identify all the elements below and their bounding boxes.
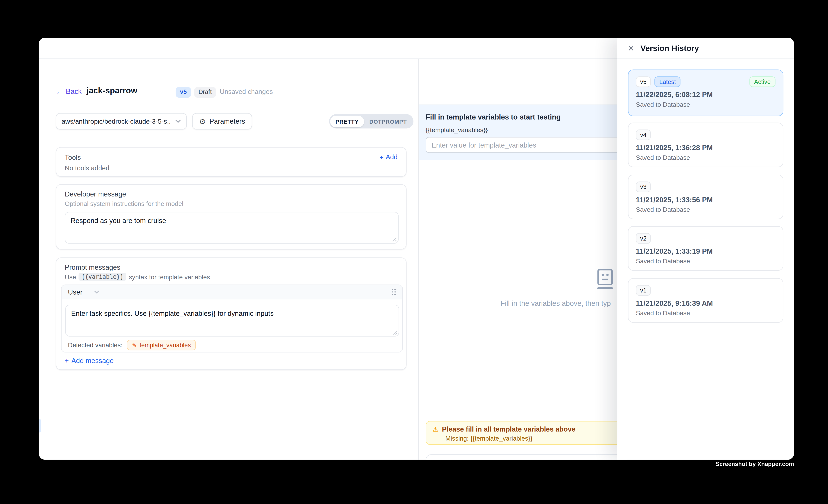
template-variable-input[interactable]: [426, 137, 627, 153]
version-timestamp: 11/22/2025, 6:08:12 PM: [636, 91, 713, 99]
tools-title: Tools: [65, 153, 81, 161]
version-timestamp: 11/21/2025, 1:33:56 PM: [636, 196, 713, 204]
detected-variable-chip[interactable]: ✎ template_variables: [127, 340, 196, 350]
format-toggle: PRETTY DOTPROMPT: [329, 114, 413, 128]
version-saved-text: Saved to Database: [636, 257, 690, 265]
back-button[interactable]: ← Back: [56, 87, 82, 95]
version-badge: v5: [176, 87, 191, 97]
version-card-v1[interactable]: v1 11/21/2025, 9:16:39 AM Saved to Datab…: [628, 278, 783, 323]
back-arrow-icon: ←: [56, 88, 63, 95]
toggle-dotprompt[interactable]: DOTPROMPT: [364, 115, 412, 127]
parameters-label: Parameters: [209, 117, 245, 125]
model-selector-value: aws/anthropic/bedrock-claude-3-5-s...: [61, 118, 171, 125]
message-block: User Enter task specifics. Use {{templat…: [61, 285, 403, 352]
version-saved-text: Saved to Database: [636, 309, 690, 317]
version-timestamp: 11/21/2025, 1:36:28 PM: [636, 144, 713, 152]
plus-icon: +: [380, 154, 383, 161]
version-card-v3[interactable]: v3 11/21/2025, 1:33:56 PM Saved to Datab…: [628, 175, 783, 219]
toggle-pretty[interactable]: PRETTY: [330, 115, 364, 127]
draft-badge: Draft: [194, 87, 216, 97]
role-selector[interactable]: User: [68, 288, 99, 296]
empty-state-text: Fill in the variables above, then typ: [501, 299, 611, 307]
chat-input-sliver[interactable]: [426, 454, 627, 460]
close-icon[interactable]: ✕: [628, 44, 634, 52]
edge-peek-element: [39, 419, 41, 432]
version-card-v5[interactable]: v5 Latest Active 11/22/2025, 6:08:12 PM …: [628, 70, 783, 116]
variable-syntax-chip: {{variable}}: [79, 273, 126, 281]
latest-badge: Latest: [655, 76, 681, 87]
plus-icon: +: [65, 357, 69, 364]
detected-variables-label: Detected variables:: [68, 341, 123, 349]
unsaved-changes-text: Unsaved changes: [220, 88, 273, 95]
user-message-input[interactable]: Enter task specifics. Use {{template_var…: [65, 305, 399, 336]
prompt-messages-subtitle: Use {{variable}} syntax for template var…: [65, 273, 210, 281]
pencil-icon: ✎: [132, 342, 137, 348]
chevron-down-icon: [94, 290, 99, 294]
version-history-panel: ✕ Version History v5 Latest Active 11/22…: [617, 38, 794, 460]
warning-icon: ⚠: [432, 426, 438, 432]
model-selector[interactable]: aws/anthropic/bedrock-claude-3-5-s...: [56, 113, 187, 129]
subtitle-prefix: Use: [65, 273, 76, 281]
editor-column: ← Back jack-sparrow v5 Draft Unsaved cha…: [39, 59, 419, 460]
version-timestamp: 11/21/2025, 9:16:39 AM: [636, 299, 713, 307]
app-window: ← Back jack-sparrow v5 Draft Unsaved cha…: [39, 38, 794, 460]
version-number-badge: v4: [636, 129, 651, 140]
back-label: Back: [66, 87, 82, 95]
version-saved-text: Saved to Database: [636, 154, 690, 161]
subtitle-suffix: syntax for template variables: [129, 273, 210, 281]
add-tool-button[interactable]: + Add: [380, 153, 398, 161]
role-value: User: [68, 288, 82, 296]
page-title: jack-sparrow: [87, 86, 137, 96]
version-saved-text: Saved to Database: [636, 206, 690, 213]
version-number-badge: v3: [636, 182, 651, 192]
gear-icon: ⚙: [199, 118, 206, 125]
chevron-down-icon: [175, 120, 181, 123]
parameters-button[interactable]: ⚙ Parameters: [192, 113, 252, 129]
tools-card: Tools + Add No tools added: [56, 147, 407, 177]
version-history-title: Version History: [640, 43, 699, 52]
developer-message-card: Developer message Optional system instru…: [56, 184, 407, 250]
warning-title-text: Please fill in all template variables ab…: [442, 425, 575, 433]
version-number-badge: v2: [636, 233, 651, 244]
version-number-badge: v1: [636, 285, 651, 296]
version-history-header: ✕ Version History: [617, 38, 794, 59]
prompt-messages-title: Prompt messages: [65, 263, 120, 271]
detected-variable-name: template_variables: [140, 342, 191, 348]
template-variables-header: Fill in template variables to start test…: [426, 113, 561, 121]
black-backdrop: ← Back jack-sparrow v5 Draft Unsaved cha…: [0, 0, 828, 504]
tools-empty-text: No tools added: [65, 165, 109, 172]
bot-message-icon: [595, 268, 615, 291]
missing-variables-warning: ⚠ Please fill in all template variables …: [426, 421, 627, 445]
developer-message-subtitle: Optional system instructions for the mod…: [65, 200, 183, 207]
developer-message-input[interactable]: Respond as you are tom cruise: [65, 212, 399, 244]
warning-detail-text: Missing: {{template_variables}}: [445, 435, 620, 442]
prompt-messages-card: Prompt messages Use {{variable}} syntax …: [56, 257, 407, 370]
message-role-header: User: [61, 285, 402, 299]
active-badge: Active: [749, 76, 776, 87]
developer-message-title: Developer message: [65, 190, 126, 198]
xnapper-watermark: Screenshot by Xnapper.com: [715, 461, 794, 467]
detected-variables-row: Detected variables: ✎ template_variables: [68, 340, 196, 350]
add-message-button[interactable]: + Add message: [65, 356, 114, 365]
version-card-v4[interactable]: v4 11/21/2025, 1:36:28 PM Saved to Datab…: [628, 123, 783, 167]
version-number-badge: v5: [636, 76, 651, 87]
version-timestamp: 11/21/2025, 1:33:19 PM: [636, 247, 713, 255]
add-message-label: Add message: [72, 356, 114, 365]
version-saved-text: Saved to Database: [636, 101, 690, 108]
prompt-header-row: ← Back jack-sparrow v5 Draft Unsaved cha…: [39, 59, 418, 101]
drag-handle-icon[interactable]: [392, 289, 396, 295]
version-card-v2[interactable]: v2 11/21/2025, 1:33:19 PM Saved to Datab…: [628, 226, 783, 271]
add-tool-label: Add: [386, 153, 398, 161]
template-variable-label: {{template_variables}}: [426, 126, 488, 134]
